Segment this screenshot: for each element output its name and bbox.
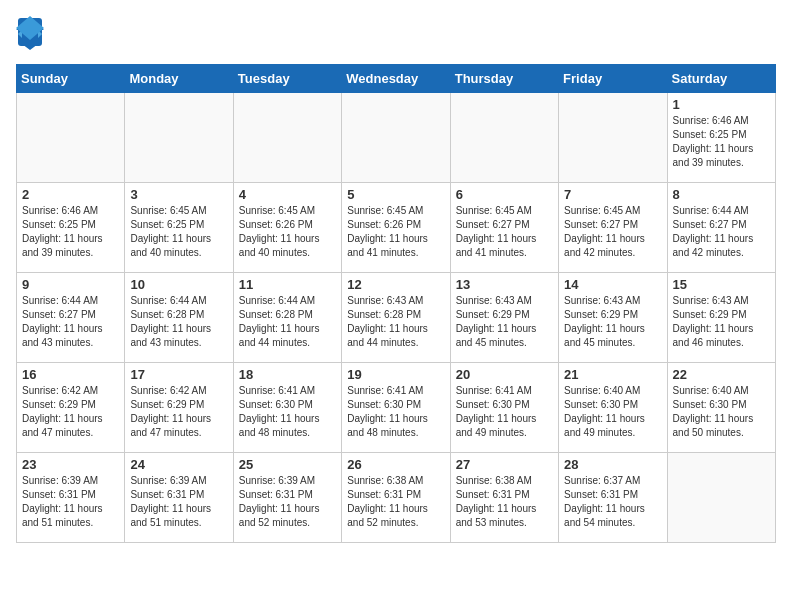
column-header-wednesday: Wednesday bbox=[342, 65, 450, 93]
day-number: 26 bbox=[347, 457, 444, 472]
day-number: 1 bbox=[673, 97, 770, 112]
day-cell: 27Sunrise: 6:38 AM Sunset: 6:31 PM Dayli… bbox=[450, 453, 558, 543]
column-header-friday: Friday bbox=[559, 65, 667, 93]
day-info: Sunrise: 6:42 AM Sunset: 6:29 PM Dayligh… bbox=[130, 384, 227, 440]
day-cell: 5Sunrise: 6:45 AM Sunset: 6:26 PM Daylig… bbox=[342, 183, 450, 273]
day-cell: 3Sunrise: 6:45 AM Sunset: 6:25 PM Daylig… bbox=[125, 183, 233, 273]
day-info: Sunrise: 6:44 AM Sunset: 6:28 PM Dayligh… bbox=[239, 294, 336, 350]
day-cell: 16Sunrise: 6:42 AM Sunset: 6:29 PM Dayli… bbox=[17, 363, 125, 453]
day-number: 6 bbox=[456, 187, 553, 202]
day-info: Sunrise: 6:42 AM Sunset: 6:29 PM Dayligh… bbox=[22, 384, 119, 440]
day-info: Sunrise: 6:38 AM Sunset: 6:31 PM Dayligh… bbox=[456, 474, 553, 530]
header bbox=[16, 16, 776, 54]
day-number: 28 bbox=[564, 457, 661, 472]
day-cell: 4Sunrise: 6:45 AM Sunset: 6:26 PM Daylig… bbox=[233, 183, 341, 273]
day-cell bbox=[559, 93, 667, 183]
day-number: 25 bbox=[239, 457, 336, 472]
day-number: 2 bbox=[22, 187, 119, 202]
day-info: Sunrise: 6:44 AM Sunset: 6:27 PM Dayligh… bbox=[22, 294, 119, 350]
day-info: Sunrise: 6:41 AM Sunset: 6:30 PM Dayligh… bbox=[456, 384, 553, 440]
day-cell: 8Sunrise: 6:44 AM Sunset: 6:27 PM Daylig… bbox=[667, 183, 775, 273]
day-number: 16 bbox=[22, 367, 119, 382]
column-header-sunday: Sunday bbox=[17, 65, 125, 93]
day-cell: 24Sunrise: 6:39 AM Sunset: 6:31 PM Dayli… bbox=[125, 453, 233, 543]
day-info: Sunrise: 6:45 AM Sunset: 6:27 PM Dayligh… bbox=[564, 204, 661, 260]
day-info: Sunrise: 6:45 AM Sunset: 6:26 PM Dayligh… bbox=[347, 204, 444, 260]
day-info: Sunrise: 6:41 AM Sunset: 6:30 PM Dayligh… bbox=[239, 384, 336, 440]
day-cell: 2Sunrise: 6:46 AM Sunset: 6:25 PM Daylig… bbox=[17, 183, 125, 273]
day-number: 11 bbox=[239, 277, 336, 292]
day-info: Sunrise: 6:38 AM Sunset: 6:31 PM Dayligh… bbox=[347, 474, 444, 530]
day-cell bbox=[667, 453, 775, 543]
day-info: Sunrise: 6:37 AM Sunset: 6:31 PM Dayligh… bbox=[564, 474, 661, 530]
day-info: Sunrise: 6:43 AM Sunset: 6:29 PM Dayligh… bbox=[456, 294, 553, 350]
day-cell bbox=[450, 93, 558, 183]
day-cell: 21Sunrise: 6:40 AM Sunset: 6:30 PM Dayli… bbox=[559, 363, 667, 453]
day-cell: 7Sunrise: 6:45 AM Sunset: 6:27 PM Daylig… bbox=[559, 183, 667, 273]
column-header-monday: Monday bbox=[125, 65, 233, 93]
day-cell: 12Sunrise: 6:43 AM Sunset: 6:28 PM Dayli… bbox=[342, 273, 450, 363]
week-row-4: 16Sunrise: 6:42 AM Sunset: 6:29 PM Dayli… bbox=[17, 363, 776, 453]
day-number: 9 bbox=[22, 277, 119, 292]
day-cell: 13Sunrise: 6:43 AM Sunset: 6:29 PM Dayli… bbox=[450, 273, 558, 363]
calendar-body: 1Sunrise: 6:46 AM Sunset: 6:25 PM Daylig… bbox=[17, 93, 776, 543]
week-row-5: 23Sunrise: 6:39 AM Sunset: 6:31 PM Dayli… bbox=[17, 453, 776, 543]
day-cell: 6Sunrise: 6:45 AM Sunset: 6:27 PM Daylig… bbox=[450, 183, 558, 273]
day-number: 18 bbox=[239, 367, 336, 382]
day-info: Sunrise: 6:41 AM Sunset: 6:30 PM Dayligh… bbox=[347, 384, 444, 440]
column-header-saturday: Saturday bbox=[667, 65, 775, 93]
day-number: 14 bbox=[564, 277, 661, 292]
day-number: 7 bbox=[564, 187, 661, 202]
day-info: Sunrise: 6:39 AM Sunset: 6:31 PM Dayligh… bbox=[239, 474, 336, 530]
day-number: 12 bbox=[347, 277, 444, 292]
day-info: Sunrise: 6:43 AM Sunset: 6:29 PM Dayligh… bbox=[673, 294, 770, 350]
day-cell bbox=[17, 93, 125, 183]
day-cell: 23Sunrise: 6:39 AM Sunset: 6:31 PM Dayli… bbox=[17, 453, 125, 543]
day-number: 5 bbox=[347, 187, 444, 202]
day-info: Sunrise: 6:45 AM Sunset: 6:27 PM Dayligh… bbox=[456, 204, 553, 260]
day-info: Sunrise: 6:46 AM Sunset: 6:25 PM Dayligh… bbox=[22, 204, 119, 260]
day-cell: 10Sunrise: 6:44 AM Sunset: 6:28 PM Dayli… bbox=[125, 273, 233, 363]
day-info: Sunrise: 6:39 AM Sunset: 6:31 PM Dayligh… bbox=[22, 474, 119, 530]
day-number: 4 bbox=[239, 187, 336, 202]
day-info: Sunrise: 6:43 AM Sunset: 6:29 PM Dayligh… bbox=[564, 294, 661, 350]
day-number: 10 bbox=[130, 277, 227, 292]
day-cell: 1Sunrise: 6:46 AM Sunset: 6:25 PM Daylig… bbox=[667, 93, 775, 183]
logo-icon bbox=[16, 16, 44, 54]
day-cell: 22Sunrise: 6:40 AM Sunset: 6:30 PM Dayli… bbox=[667, 363, 775, 453]
week-row-2: 2Sunrise: 6:46 AM Sunset: 6:25 PM Daylig… bbox=[17, 183, 776, 273]
day-number: 17 bbox=[130, 367, 227, 382]
day-number: 15 bbox=[673, 277, 770, 292]
day-number: 23 bbox=[22, 457, 119, 472]
day-number: 21 bbox=[564, 367, 661, 382]
day-cell: 28Sunrise: 6:37 AM Sunset: 6:31 PM Dayli… bbox=[559, 453, 667, 543]
day-info: Sunrise: 6:46 AM Sunset: 6:25 PM Dayligh… bbox=[673, 114, 770, 170]
column-header-tuesday: Tuesday bbox=[233, 65, 341, 93]
logo bbox=[16, 16, 48, 54]
day-info: Sunrise: 6:43 AM Sunset: 6:28 PM Dayligh… bbox=[347, 294, 444, 350]
day-number: 20 bbox=[456, 367, 553, 382]
week-row-3: 9Sunrise: 6:44 AM Sunset: 6:27 PM Daylig… bbox=[17, 273, 776, 363]
day-info: Sunrise: 6:44 AM Sunset: 6:27 PM Dayligh… bbox=[673, 204, 770, 260]
day-cell: 18Sunrise: 6:41 AM Sunset: 6:30 PM Dayli… bbox=[233, 363, 341, 453]
day-info: Sunrise: 6:45 AM Sunset: 6:25 PM Dayligh… bbox=[130, 204, 227, 260]
day-number: 19 bbox=[347, 367, 444, 382]
day-number: 22 bbox=[673, 367, 770, 382]
day-info: Sunrise: 6:40 AM Sunset: 6:30 PM Dayligh… bbox=[564, 384, 661, 440]
day-info: Sunrise: 6:44 AM Sunset: 6:28 PM Dayligh… bbox=[130, 294, 227, 350]
day-number: 3 bbox=[130, 187, 227, 202]
day-cell: 15Sunrise: 6:43 AM Sunset: 6:29 PM Dayli… bbox=[667, 273, 775, 363]
calendar-table: SundayMondayTuesdayWednesdayThursdayFrid… bbox=[16, 64, 776, 543]
day-info: Sunrise: 6:45 AM Sunset: 6:26 PM Dayligh… bbox=[239, 204, 336, 260]
column-header-thursday: Thursday bbox=[450, 65, 558, 93]
day-cell: 26Sunrise: 6:38 AM Sunset: 6:31 PM Dayli… bbox=[342, 453, 450, 543]
day-cell bbox=[233, 93, 341, 183]
day-cell: 14Sunrise: 6:43 AM Sunset: 6:29 PM Dayli… bbox=[559, 273, 667, 363]
day-number: 13 bbox=[456, 277, 553, 292]
day-cell bbox=[342, 93, 450, 183]
day-number: 27 bbox=[456, 457, 553, 472]
day-cell: 9Sunrise: 6:44 AM Sunset: 6:27 PM Daylig… bbox=[17, 273, 125, 363]
day-number: 24 bbox=[130, 457, 227, 472]
calendar-header-row: SundayMondayTuesdayWednesdayThursdayFrid… bbox=[17, 65, 776, 93]
day-cell bbox=[125, 93, 233, 183]
